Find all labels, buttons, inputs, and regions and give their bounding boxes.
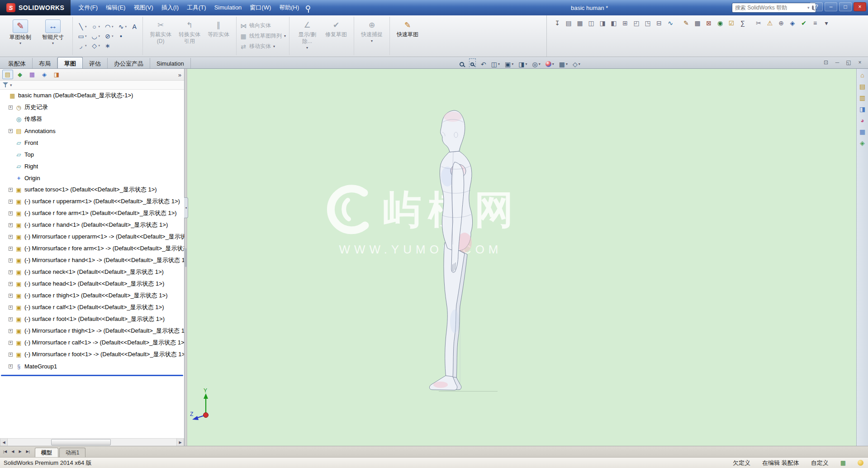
hide-show-items-button[interactable]: ◎▾ [532, 61, 540, 68]
expand-toggle[interactable]: + [9, 247, 13, 251]
sketch-tool-button[interactable]: ◠▾ [103, 23, 115, 31]
tree-row[interactable]: + (-) Mirrorsurface r upperarm<1> -> (De… [0, 231, 184, 243]
sketch-tool-button[interactable]: ◞▾ [76, 42, 88, 50]
task-pane-icon[interactable]: ◨ [859, 105, 867, 113]
edit-appearance-button[interactable]: ▾ [545, 61, 554, 67]
tree-row[interactable]: basic human (Default<Default_显示状态-1>) [0, 90, 184, 101]
ribbon-button[interactable]: ∠ 显示/删除... ▾ [293, 17, 322, 55]
toolbar-icon[interactable]: ◳ [644, 19, 652, 27]
expand-toggle[interactable]: + [9, 188, 13, 192]
tree-row[interactable]: + (-) surface r hand<1> (Default<<Defaul… [0, 219, 184, 231]
panel-tab[interactable]: ▦ [27, 70, 38, 79]
expand-toggle[interactable]: + [9, 211, 13, 215]
task-pane-icon[interactable]: ◈ [859, 139, 867, 147]
model-tab[interactable]: 模型 [35, 448, 58, 457]
toolbar-icon[interactable]: ✎ [682, 19, 690, 27]
panel-tab[interactable]: ◆ [14, 70, 25, 79]
toolbar-icon[interactable]: ∿ [666, 19, 674, 27]
ribbon-button[interactable]: ⇄ 移动实体 ▾ [240, 43, 275, 50]
expand-toggle[interactable]: + [9, 270, 13, 274]
display-style-button[interactable]: ◨▾ [518, 61, 527, 68]
section-view-button[interactable]: ◫▾ [491, 61, 500, 68]
rollback-bar[interactable] [1, 375, 183, 376]
ribbon-button[interactable]: ⋈ 镜向实体 [240, 22, 271, 29]
graphics-area[interactable]: 屿模网 WWW.YUMOD.COM [187, 69, 868, 446]
toolbar-icon[interactable]: ◉ [716, 19, 724, 27]
sketch-tool-button[interactable]: ▭▾ [76, 32, 88, 40]
chevron-down-icon[interactable]: ▾ [807, 5, 810, 10]
ribbon-button[interactable]: ↰ 转换实体引用 [175, 17, 204, 55]
toolbar-icon[interactable]: ✔ [800, 19, 808, 27]
splitter-handle[interactable] [185, 248, 187, 267]
tree-row[interactable]: Front [0, 137, 184, 148]
menu-item[interactable]: 文件(F) [74, 0, 102, 15]
toolbar-icon[interactable]: ⚠ [766, 19, 774, 27]
task-pane-icon[interactable]: ⌂ [859, 71, 867, 79]
tree-row[interactable]: 传感器 [0, 113, 184, 125]
dropdown-arrow-icon[interactable]: ▾ [19, 41, 21, 45]
tree-row[interactable]: + 历史记录 [0, 101, 184, 113]
sketch-tool-button[interactable]: • [116, 32, 126, 40]
menu-item[interactable]: 视图(V) [129, 0, 157, 15]
tree-row[interactable]: + (-) surface r calf<1> (Default<<Defaul… [0, 301, 184, 313]
document-window-control[interactable]: ⊡ [822, 59, 830, 66]
task-pane-icon[interactable]: ▤ [859, 82, 867, 91]
expand-toggle[interactable]: + [9, 129, 13, 133]
expand-toggle[interactable]: + [9, 329, 13, 333]
close-button[interactable]: × [854, 2, 866, 11]
tree-row[interactable]: Top [0, 148, 184, 160]
toolbar-icon[interactable]: ⊟ [655, 19, 663, 27]
expand-toggle[interactable]: + [9, 223, 13, 227]
document-window-control[interactable]: ◱ [845, 59, 852, 66]
command-manager-tab[interactable]: 布局 [33, 58, 57, 68]
model-tab-nav-button[interactable]: ▶ [16, 446, 24, 457]
ribbon-button[interactable]: ∥ 等距实体 [204, 17, 233, 55]
panel-tab[interactable]: ◨ [51, 70, 62, 79]
toolbar-icon[interactable]: ▦ [576, 19, 584, 27]
model-tab-nav-button[interactable]: ◀ [9, 446, 16, 457]
status-help-icon[interactable] [858, 460, 863, 466]
ribbon-button[interactable]: ✎ 快速草图 [393, 17, 422, 55]
toolbar-icon[interactable]: ↧ [553, 19, 561, 27]
chevron-down-icon[interactable]: ▾ [10, 83, 12, 87]
menu-item[interactable]: 帮助(H) [275, 0, 303, 15]
menu-item[interactable]: 工具(T) [183, 0, 210, 15]
minimize-button[interactable]: – [825, 2, 837, 11]
sketch-tool-button[interactable]: ◡▾ [90, 32, 102, 40]
tree-row[interactable]: + surface torso<1> (Default<<Default>_显示… [0, 184, 184, 196]
sketch-tool-button[interactable]: ◇▾ [90, 42, 102, 50]
sketch-tool-button[interactable]: ⊘▾ [103, 32, 115, 40]
command-manager-tab[interactable]: 办公室产品 [108, 58, 150, 68]
toolbar-icon[interactable]: ⊞ [621, 19, 629, 27]
expand-toggle[interactable]: + [9, 294, 13, 298]
panel-tab[interactable]: ◈ [39, 70, 50, 79]
tree-row[interactable]: + (-) surface r thigh<1> (Default<<Defau… [0, 290, 184, 301]
scroll-left-button[interactable]: ◀ [0, 439, 8, 446]
tree-row[interactable]: + (-) Mirrorsurface r thigh<1> -> (Defau… [0, 325, 184, 337]
zoom-fit-button[interactable] [460, 62, 464, 67]
toolbar-icon[interactable]: ≡ [811, 19, 819, 27]
tree-row[interactable]: Right [0, 160, 184, 172]
tree-row[interactable]: + (-) surface r fore arm<1> (Default<<De… [0, 207, 184, 219]
sketch-tool-button[interactable]: ╲▾ [76, 23, 88, 31]
sketch-tool-button[interactable]: ∗ [103, 42, 113, 50]
toolbar-icon[interactable]: ▤ [564, 19, 573, 27]
task-pane-icon[interactable]: ▥ [859, 94, 867, 102]
human-model[interactable] [420, 109, 488, 398]
ribbon-large-button[interactable]: ✎ 草图绘制 ▾ [4, 17, 37, 55]
command-manager-tab[interactable]: 装配体 [2, 58, 33, 68]
tree-row[interactable]: + (-) Mirrorsurface r fore arm<1> -> (De… [0, 243, 184, 254]
toolbar-icon[interactable]: ▾ [822, 19, 830, 27]
panel-tab[interactable]: ▤ [2, 70, 13, 79]
toolbar-icon[interactable]: ▩ [693, 19, 702, 27]
toolbar-icon[interactable]: ⊕ [777, 19, 785, 27]
scrollbar-track[interactable] [8, 439, 176, 446]
sketch-tool-button[interactable]: ∿▾ [116, 23, 128, 31]
menu-item[interactable]: Simulation [210, 0, 246, 15]
toolbar-icon[interactable]: ◧ [610, 19, 618, 27]
expand-toggle[interactable]: + [9, 317, 13, 321]
task-pane-icon[interactable]: ◕ [859, 116, 867, 124]
sketch-tool-button[interactable]: ○▾ [90, 23, 102, 31]
status-custom-button[interactable]: 自定义 [811, 459, 829, 467]
previous-view-button[interactable]: ↶ [481, 61, 486, 68]
